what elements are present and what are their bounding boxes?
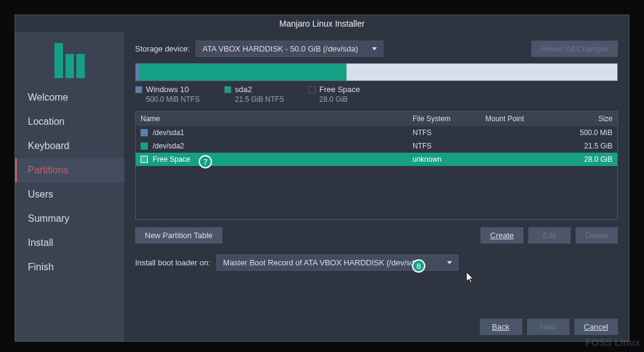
main-panel: Storage device: ATA VBOX HARDDISK - 50.0… (124, 32, 629, 341)
window-body: Welcome Location Keyboard Partitions Use… (15, 32, 629, 341)
swatch-icon (224, 86, 231, 93)
watermark: FOSS Linux (585, 337, 640, 348)
legend-item: Free Space 28.0 GiB (308, 85, 360, 104)
col-name: Name (141, 115, 413, 123)
sidebar-item-summary[interactable]: Summary (15, 207, 124, 231)
storage-row: Storage device: ATA VBOX HARDDISK - 50.0… (135, 41, 618, 57)
cancel-button[interactable]: Cancel (574, 319, 618, 335)
new-partition-table-button[interactable]: New Partition Table (135, 227, 222, 244)
window-title: Manjaro Linux Installer (15, 15, 629, 32)
table-header: Name File System Mount Point Size (136, 111, 617, 126)
chevron-down-icon (372, 47, 377, 50)
disk-segment-sda2 (139, 64, 347, 81)
sidebar: Welcome Location Keyboard Partitions Use… (15, 32, 124, 341)
col-size: Size (558, 115, 612, 123)
row-name: /dev/sda2 (153, 142, 184, 150)
row-swatch-icon (141, 156, 148, 163)
row-size: 21.5 GiB (558, 142, 612, 150)
row-swatch-icon (141, 129, 148, 136)
legend-name: Windows 10 (146, 85, 189, 94)
bootloader-row: Install boot loader on: Master Boot Reco… (135, 254, 618, 271)
partition-actions: New Partition Table Create Edit Delete (135, 227, 618, 244)
legend-sub: 28.0 GiB (319, 95, 360, 104)
sidebar-item-location[interactable]: Location (15, 110, 124, 134)
sidebar-item-finish[interactable]: Finish (15, 255, 124, 279)
bootloader-label: Install boot loader on: (135, 258, 210, 267)
table-row[interactable]: /dev/sda1 NTFS 500.0 MiB (136, 126, 617, 139)
manjaro-logo (51, 42, 88, 78)
installer-window: Manjaro Linux Installer Welcome Location… (15, 15, 629, 342)
row-fs: NTFS (413, 142, 485, 150)
next-button[interactable]: Next (527, 319, 569, 335)
col-mount: Mount Point (485, 115, 558, 123)
legend-name: Free Space (319, 85, 360, 94)
sidebar-item-keyboard[interactable]: Keyboard (15, 134, 124, 158)
storage-device-dropdown[interactable]: ATA VBOX HARDDISK - 50.0 GiB (/dev/sda) (196, 41, 383, 57)
partition-table: Name File System Mount Point Size /dev/s… (135, 111, 618, 220)
row-swatch-icon (141, 142, 148, 150)
disk-legend: Windows 10 500.0 MiB NTFS sda2 21.5 GiB … (135, 85, 618, 104)
row-fs: unknown (413, 155, 485, 164)
row-size: 500.0 MiB (558, 128, 612, 137)
legend-name: sda2 (235, 85, 252, 94)
create-button[interactable]: Create (480, 227, 523, 244)
disk-usage-bar (135, 63, 618, 81)
swatch-icon (135, 86, 142, 93)
disk-segment-free (347, 64, 617, 81)
storage-device-value: ATA VBOX HARDDISK - 50.0 GiB (/dev/sda) (202, 44, 358, 53)
edit-button[interactable]: Edit (528, 227, 571, 244)
sidebar-item-install[interactable]: Install (15, 231, 124, 255)
legend-item: sda2 21.5 GiB NTFS (224, 85, 284, 104)
legend-sub: 500.0 MiB NTFS (146, 95, 200, 104)
swatch-icon (308, 86, 316, 93)
row-size: 28.0 GiB (558, 155, 612, 164)
chevron-down-icon (447, 261, 452, 264)
table-row[interactable]: /dev/sda2 NTFS 21.5 GiB (136, 139, 617, 153)
storage-label: Storage device: (135, 44, 190, 53)
legend-sub: 21.5 GiB NTFS (235, 95, 284, 104)
row-fs: NTFS (413, 128, 485, 137)
table-row[interactable]: Free Space unknown 28.0 GiB (136, 153, 617, 166)
bootloader-value: Master Boot Record of ATA VBOX HARDDISK … (223, 258, 422, 267)
revert-button[interactable]: Revert All Changes (531, 41, 618, 57)
row-name: /dev/sda1 (153, 128, 184, 137)
col-fs: File System (413, 115, 485, 123)
row-name: Free Space (153, 155, 190, 164)
footer-buttons: Back Next Cancel (135, 313, 618, 335)
delete-button[interactable]: Delete (576, 227, 618, 244)
bootloader-dropdown[interactable]: Master Boot Record of ATA VBOX HARDDISK … (216, 254, 459, 271)
sidebar-item-partitions[interactable]: Partitions (15, 158, 124, 182)
sidebar-item-welcome[interactable]: Welcome (15, 85, 124, 110)
back-button[interactable]: Back (480, 319, 522, 335)
sidebar-item-users[interactable]: Users (15, 182, 124, 207)
legend-item: Windows 10 500.0 MiB NTFS (135, 85, 200, 104)
